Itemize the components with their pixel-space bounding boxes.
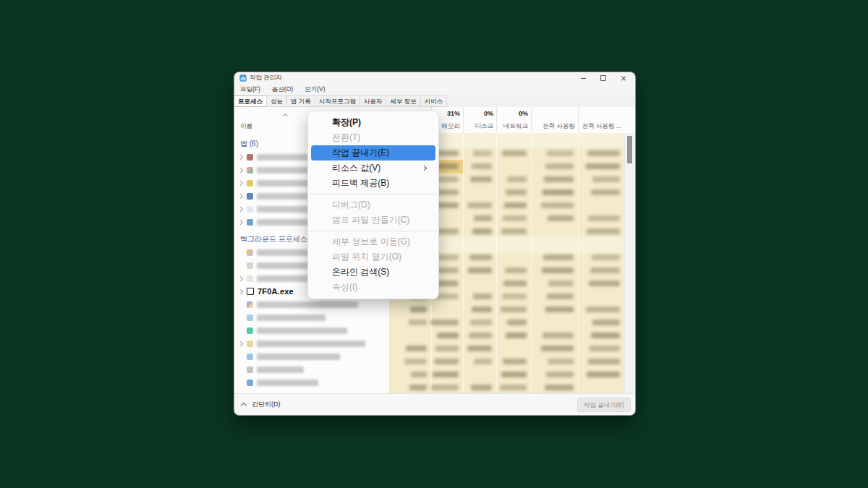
close-icon — [621, 75, 626, 81]
tab-performance[interactable]: 성능 — [266, 95, 287, 107]
blurred-cell-value — [411, 372, 427, 377]
expand-chevron-icon[interactable] — [238, 275, 243, 281]
blurred-cell-value — [543, 254, 574, 260]
blurred-cell-value — [548, 215, 574, 221]
process-row[interactable] — [234, 324, 389, 337]
app-icon — [247, 154, 253, 160]
app-icon — [247, 314, 253, 321]
maximize-icon — [600, 75, 606, 81]
blurred-cell-value — [469, 254, 492, 260]
close-button[interactable] — [613, 72, 634, 84]
tab-app-history[interactable]: 앱 기록 — [286, 95, 315, 107]
blurred-cell-value — [590, 267, 620, 273]
blurred-cell-value — [473, 150, 492, 156]
minimize-button[interactable] — [573, 72, 593, 84]
blurred-cell-value — [588, 215, 620, 221]
column-header-power-usage-trend[interactable]: 전력 사용량 ... — [578, 107, 625, 133]
window-title: 작업 관리자 — [250, 74, 282, 82]
expand-chevron-icon[interactable] — [238, 219, 243, 224]
expand-chevron-icon[interactable] — [238, 154, 243, 159]
process-row[interactable] — [234, 298, 389, 311]
exe-file-icon — [247, 288, 254, 295]
title-bar[interactable]: 작업 관리자 — [234, 72, 635, 84]
blurred-cell-value — [542, 267, 574, 273]
expand-chevron-icon[interactable] — [238, 341, 243, 346]
context-item-open-file-location: 파일 위치 열기(O) — [311, 249, 435, 265]
blurred-cell-value — [472, 307, 492, 312]
context-item-end-task[interactable]: 작업 끝내기(E) — [311, 145, 435, 160]
blurred-process-name — [257, 301, 358, 308]
process-row[interactable] — [234, 350, 389, 363]
context-item-resource-values[interactable]: 리소스 값(V) — [311, 160, 435, 176]
memory-percent: 31% — [447, 110, 460, 117]
context-item-search-online[interactable]: 온라인 검색(S) — [311, 265, 435, 280]
menu-file[interactable]: 파일(F) — [234, 85, 266, 94]
blurred-cell-value — [470, 320, 492, 325]
disk-label: 디스크 — [475, 122, 494, 131]
blurred-cell-value — [435, 346, 459, 351]
blurred-cell-value — [545, 385, 574, 390]
column-header-disk[interactable]: 0% 디스크 — [463, 107, 497, 133]
blurred-cell-value — [591, 189, 620, 195]
blurred-cell-value — [542, 189, 574, 195]
vertical-scrollbar[interactable] — [624, 133, 635, 393]
tab-services[interactable]: 서비스 — [420, 95, 448, 107]
blurred-cell-value — [503, 215, 527, 221]
app-icon — [247, 167, 253, 174]
context-item-expand[interactable]: 확장(P) — [311, 115, 435, 130]
blurred-cell-value — [436, 267, 459, 273]
expand-chevron-icon[interactable] — [238, 180, 243, 185]
resource-values-label: 리소스 값(V) — [332, 163, 380, 173]
process-row[interactable] — [234, 337, 389, 350]
app-icon — [247, 249, 253, 256]
menu-view[interactable]: 보기(V) — [299, 85, 331, 94]
tab-users[interactable]: 사용자 — [359, 95, 387, 107]
app-icon — [247, 219, 253, 226]
blurred-cell-value — [544, 176, 574, 182]
expand-chevron-icon[interactable] — [238, 193, 243, 198]
blurred-cell-value — [433, 372, 459, 377]
app-icon — [247, 380, 253, 386]
blurred-cell-value — [501, 228, 527, 234]
context-menu: 확장(P) 전환(T) 작업 끝내기(E) 리소스 값(V) 피드백 제공(B)… — [307, 111, 439, 299]
maximize-button[interactable] — [593, 72, 613, 84]
column-header-power-usage[interactable]: 전력 사용량 — [531, 107, 579, 133]
expand-chevron-icon[interactable] — [238, 206, 243, 211]
context-item-provide-feedback[interactable]: 피드백 제공(B) — [311, 176, 435, 191]
blurred-cell-value — [472, 228, 492, 234]
menu-separator — [310, 194, 437, 194]
blurred-cell-value — [473, 294, 492, 299]
blurred-cell-value — [467, 346, 492, 351]
blurred-cell-value — [438, 254, 459, 260]
sort-ascending-icon — [283, 114, 288, 119]
column-header-network[interactable]: 0% 네트워크 — [496, 107, 532, 133]
blurred-cell-value — [504, 202, 527, 208]
menu-options[interactable]: 옵션(O) — [266, 85, 299, 94]
collapse-chevron-icon — [241, 403, 247, 408]
end-task-button[interactable]: 작업 끝내기(E) — [577, 398, 631, 412]
expand-chevron-icon[interactable] — [238, 167, 243, 172]
process-name: 7F0A.exe — [258, 287, 294, 296]
blurred-cell-value — [503, 281, 527, 286]
blurred-cell-value — [588, 359, 620, 364]
expand-chevron-icon[interactable] — [238, 288, 243, 294]
blurred-cell-value — [587, 150, 620, 156]
blurred-cell-value — [505, 267, 527, 273]
tab-startup[interactable]: 시작프로그램 — [315, 95, 360, 107]
power-usage-label: 전력 사용량 — [542, 122, 575, 131]
process-row[interactable] — [234, 363, 389, 376]
column-header-name[interactable]: 이름 — [240, 122, 252, 131]
blurred-cell-value — [434, 359, 459, 364]
tab-processes[interactable]: 프로세스 — [234, 95, 267, 107]
task-manager-window: 작업 관리자 파일(F) 옵션(O) 보기(V) 프로세스 성능 앱 기록 시작… — [234, 72, 636, 416]
fewer-details-toggle[interactable]: 간단히(D) — [252, 400, 281, 409]
process-row[interactable] — [234, 376, 389, 389]
scrollbar-thumb[interactable] — [627, 136, 632, 163]
blurred-cell-value — [500, 385, 527, 390]
blurred-process-name — [257, 275, 311, 282]
blurred-cell-value — [546, 372, 574, 377]
blurred-cell-value — [592, 320, 620, 325]
process-row[interactable] — [234, 311, 389, 324]
tab-details[interactable]: 세부 정보 — [386, 95, 420, 107]
blurred-process-name — [257, 380, 318, 386]
